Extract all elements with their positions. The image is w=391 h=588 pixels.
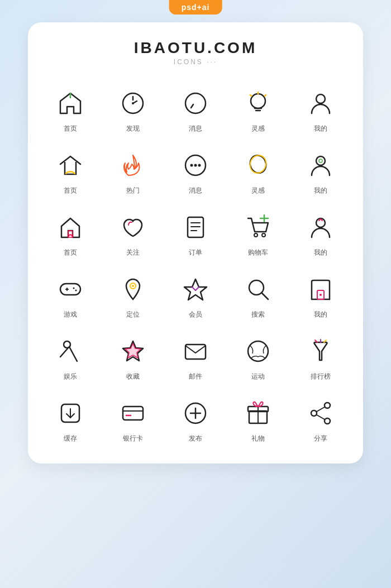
- sport-icon: [241, 334, 275, 369]
- svg-point-24: [254, 233, 258, 237]
- inspire2-label: 灵感: [251, 186, 265, 195]
- share-icon: [303, 396, 338, 431]
- icon-item-gift: 礼物: [227, 391, 289, 448]
- top-badge: psd+ai: [169, 0, 222, 15]
- svg-line-8: [250, 95, 251, 96]
- icon-item-home2: 首页: [39, 144, 102, 200]
- mail-icon: [178, 334, 213, 369]
- svg-line-37: [192, 287, 196, 290]
- icon-item-order: 订单: [164, 205, 227, 262]
- inspire1-label: 灵感: [251, 124, 265, 133]
- svg-point-62: [311, 410, 317, 416]
- icon-item-mine1: 我的: [289, 82, 352, 138]
- svg-line-38: [196, 287, 199, 290]
- card-subtitle: ICONS ···: [39, 58, 352, 66]
- svg-line-9: [265, 95, 266, 96]
- svg-line-65: [317, 415, 325, 419]
- cache-label: 缓存: [64, 434, 77, 443]
- inspire2-icon: [241, 148, 275, 183]
- message2-label: 消息: [189, 186, 202, 195]
- icon-item-vip: 会员: [164, 267, 227, 324]
- icon-item-game: 游戏: [39, 267, 102, 324]
- svg-point-18: [319, 159, 322, 162]
- rank-icon: [303, 334, 338, 369]
- icon-item-share: 分享: [289, 391, 352, 448]
- cart-icon: [241, 210, 275, 245]
- svg-point-5: [185, 93, 206, 113]
- icon-item-collect: 收藏: [102, 329, 164, 386]
- home2-icon: [53, 148, 88, 183]
- svg-point-25: [262, 233, 265, 237]
- svg-line-64: [317, 407, 325, 412]
- follow-label: 关注: [126, 248, 140, 257]
- entertainment-label: 娱乐: [64, 372, 77, 381]
- svg-line-40: [262, 293, 268, 299]
- discover-icon: [116, 86, 150, 121]
- icon-item-mail: 邮件: [164, 329, 227, 386]
- svg-point-6: [251, 94, 265, 108]
- icon-item-inspire2: 灵感: [227, 144, 289, 200]
- cache-icon: [53, 396, 88, 431]
- svg-rect-29: [60, 284, 80, 295]
- mine1-label: 我的: [314, 124, 327, 133]
- icon-item-message2: 消息: [164, 144, 227, 200]
- svg-rect-52: [123, 407, 143, 420]
- svg-point-39: [249, 280, 264, 295]
- order-label: 订单: [189, 248, 202, 257]
- svg-line-45: [60, 348, 68, 357]
- discover-label: 发现: [126, 124, 140, 133]
- svg-point-15: [247, 153, 268, 175]
- follow-icon: [116, 210, 150, 245]
- mine4-icon: [303, 272, 338, 307]
- svg-point-13: [194, 164, 197, 167]
- cart-label: 购物车: [248, 248, 268, 257]
- svg-point-10: [316, 94, 325, 103]
- gift-label: 礼物: [251, 434, 265, 443]
- svg-point-32: [73, 288, 75, 289]
- icon-item-home1: 首页: [39, 82, 102, 138]
- icon-item-mine4: 我的: [289, 267, 352, 324]
- icon-item-cache: 缓存: [39, 391, 102, 448]
- order-icon: [178, 210, 213, 245]
- svg-point-49: [248, 341, 268, 361]
- icon-item-inspire1: 灵感: [227, 82, 289, 138]
- search-label: 搜索: [251, 310, 265, 319]
- svg-point-4: [132, 102, 134, 104]
- icon-item-discover: 发现: [102, 82, 164, 138]
- icon-item-hot: 热门: [102, 144, 164, 200]
- gift-icon: [241, 396, 275, 431]
- collect-icon: [116, 334, 150, 369]
- icon-item-cart: 购物车: [227, 205, 289, 262]
- icon-item-bank: 银行卡: [102, 391, 164, 448]
- collect-label: 收藏: [126, 372, 140, 381]
- search-icon: [241, 272, 275, 307]
- icon-item-message1: 消息: [164, 82, 227, 138]
- icon-item-sport: 运动: [227, 329, 289, 386]
- hot-icon: [116, 148, 150, 183]
- publish-icon: [178, 396, 213, 431]
- icon-item-search: 搜索: [227, 267, 289, 324]
- svg-rect-48: [185, 345, 206, 359]
- share-label: 分享: [314, 434, 327, 443]
- icon-item-entertainment: 娱乐: [39, 329, 102, 386]
- message1-label: 消息: [189, 124, 202, 133]
- icon-item-home3: 首页: [39, 205, 102, 262]
- location-label: 定位: [126, 310, 140, 319]
- svg-point-17: [316, 156, 325, 165]
- svg-point-63: [325, 418, 330, 424]
- publish-label: 发布: [189, 434, 202, 443]
- bank-label: 银行卡: [123, 434, 143, 443]
- icon-item-location: 定位: [102, 267, 164, 324]
- mine2-icon: [303, 148, 338, 183]
- game-icon: [53, 272, 88, 307]
- bank-icon: [116, 396, 150, 431]
- mail-label: 邮件: [189, 372, 202, 381]
- svg-point-61: [325, 403, 330, 408]
- main-card: IBAOTU.COM ICONS ··· 首页 发现 消息: [28, 22, 363, 463]
- hot-label: 热门: [126, 186, 140, 195]
- inspire1-icon: [241, 86, 275, 121]
- mine3-label: 我的: [314, 248, 327, 257]
- game-label: 游戏: [64, 310, 77, 319]
- svg-point-42: [320, 294, 322, 296]
- icon-item-follow: 关注: [102, 205, 164, 262]
